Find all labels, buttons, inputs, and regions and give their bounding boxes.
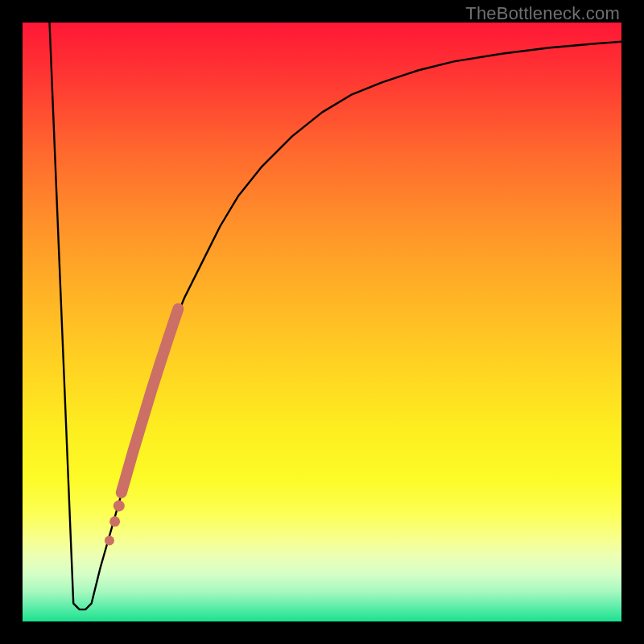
plot-area bbox=[23, 23, 621, 621]
highlight-dot bbox=[109, 516, 120, 526]
highlight-dot bbox=[105, 536, 114, 546]
watermark-text: TheBottleneck.com bbox=[465, 3, 620, 24]
bottleneck-curve bbox=[23, 23, 621, 621]
chart-frame: TheBottleneck.com bbox=[0, 0, 644, 644]
highlight-segment bbox=[122, 309, 179, 493]
curve-path bbox=[50, 23, 622, 609]
highlight-dot bbox=[114, 500, 125, 511]
